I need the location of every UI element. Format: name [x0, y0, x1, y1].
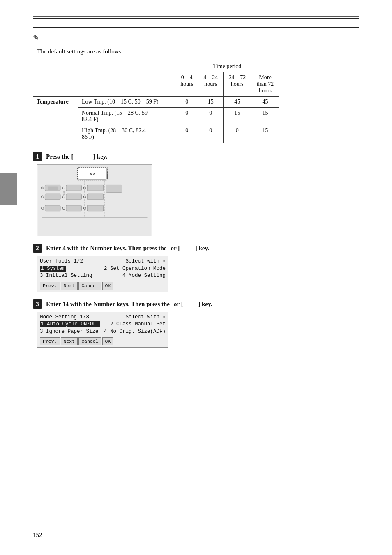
table-row: Temperature Low Tmp. (10 – 15 C, 50 – 59…: [33, 97, 279, 108]
svg-rect-20: [87, 194, 104, 200]
col-header-2: 24 – 72hours: [223, 72, 251, 97]
note-text: The default settings are as follows:: [37, 48, 359, 55]
row-label-temperature: Temperature: [33, 97, 78, 143]
step-2: 2 Enter 4 with the Number keys. Then pre…: [33, 244, 359, 292]
screen3-line3-right: 4 No Orig. Size(ADF): [104, 328, 166, 336]
step-3-number: 3: [33, 299, 42, 309]
step-2-screen: User Tools 1/2 Select with ✳ 1 System 2 …: [37, 256, 168, 292]
sub-label-0: Low Tmp. (10 – 15 C, 50 – 59 F): [78, 97, 175, 108]
screen2-line2-left: 1 System: [40, 266, 66, 272]
step-2-or: or [: [171, 245, 180, 252]
note-icon: ✎: [33, 33, 39, 42]
cell-1-1: 0: [198, 108, 223, 125]
btn-cancel2[interactable]: Cancel: [78, 282, 101, 290]
screen3-line3-left: 3 Ignore Paper Size: [40, 328, 99, 336]
sidebar-tab: [0, 173, 17, 205]
table-header-time-period: Time period: [175, 61, 279, 72]
step-2-key: [184, 245, 194, 252]
svg-point-7: [42, 187, 43, 189]
svg-rect-9: [66, 185, 82, 191]
cell-1-2: 15: [223, 108, 251, 125]
svg-rect-5: [45, 194, 60, 200]
screen2-line3-left: 3 Initial Setting: [40, 272, 92, 280]
svg-point-13: [63, 191, 65, 193]
svg-rect-23: [66, 205, 82, 211]
cell-0-0: 0: [175, 97, 198, 108]
step-2-text: Enter 4 with the Number keys. Then press…: [46, 245, 167, 252]
sub-label-2: High Tmp. (28 – 30 C, 82.4 –86 F): [78, 125, 175, 143]
section-line: [33, 27, 359, 28]
svg-point-14: [63, 193, 65, 195]
btn-next3[interactable]: Next: [61, 337, 78, 345]
cell-0-2: 45: [223, 97, 251, 108]
step-3-or: or [: [174, 301, 183, 308]
temperature-table: Time period 0 – 4hours 4 – 24hours 24 – …: [33, 61, 279, 143]
top-line-thick: [33, 18, 359, 19]
screen3-line2-right: 2 Class Manual Set: [110, 321, 166, 328]
step-3-key: [187, 301, 197, 308]
col-header-3: Morethan 72hours: [251, 72, 279, 97]
cell-0-3: 45: [251, 97, 279, 108]
svg-rect-18: [106, 185, 122, 192]
cell-0-1: 15: [198, 97, 223, 108]
screen2-line1-right: Select with ✳: [125, 258, 166, 265]
top-line-thin: [33, 16, 359, 17]
step-1-number: 1: [33, 152, 42, 161]
btn-prev2[interactable]: Prev.: [40, 282, 60, 290]
col-header-1: 4 – 24hours: [198, 72, 223, 97]
screen3-line1-right: Select with ✳: [125, 314, 166, 321]
btn-cancel3[interactable]: Cancel: [78, 337, 101, 345]
step-3-screen: Mode Setting 1/8 Select with ✳ 1 Auto Cy…: [37, 312, 168, 348]
cell-2-3: 15: [251, 125, 279, 143]
cell-2-2: 0: [223, 125, 251, 143]
cell-1-3: 15: [251, 108, 279, 125]
keyboard-image: ⋄ ⋄: [37, 164, 152, 236]
btn-next2[interactable]: Next: [61, 282, 78, 290]
cell-2-1: 0: [198, 125, 223, 143]
svg-rect-8: [48, 186, 58, 190]
step-2-number: 2: [33, 244, 42, 253]
svg-rect-15: [87, 185, 104, 191]
step-3-bracket: ] key.: [198, 301, 212, 308]
screen3-line2-left: 1 Auto Cycle ON/OFF: [40, 321, 100, 327]
btn-prev3[interactable]: Prev.: [40, 337, 60, 345]
col-header-0: 0 – 4hours: [175, 72, 198, 97]
step-3-text: Enter 14 with the Number keys. Then pres…: [46, 301, 170, 308]
screen2-line2-right: 2 Set Operation Mode: [104, 265, 166, 273]
svg-rect-21: [45, 205, 60, 211]
screen3-line1-left: Mode Setting 1/8: [40, 314, 89, 321]
btn-ok3[interactable]: OK: [102, 337, 114, 345]
svg-text:⋄ ⋄: ⋄ ⋄: [90, 172, 95, 176]
screen2-line3-right: 4 Mode Setting: [122, 272, 166, 280]
sub-label-1: Normal Tmp. (15 – 28 C, 59 –82.4 F): [78, 108, 175, 125]
step-1: 1 Press the [ ] key. ⋄ ⋄: [33, 152, 359, 236]
step-3: 3 Enter 14 with the Number keys. Then pr…: [33, 299, 359, 348]
page-number: 152: [33, 532, 42, 539]
btn-ok2[interactable]: OK: [102, 282, 114, 290]
svg-rect-25: [87, 205, 104, 211]
step-2-bracket: ] key.: [195, 245, 209, 252]
screen2-line1-left: User Tools 1/2: [40, 258, 83, 265]
cell-1-0: 0: [175, 108, 198, 125]
svg-rect-11: [66, 194, 82, 200]
step-1-text: Press the [ ] key.: [46, 153, 107, 160]
cell-2-0: 0: [175, 125, 198, 143]
